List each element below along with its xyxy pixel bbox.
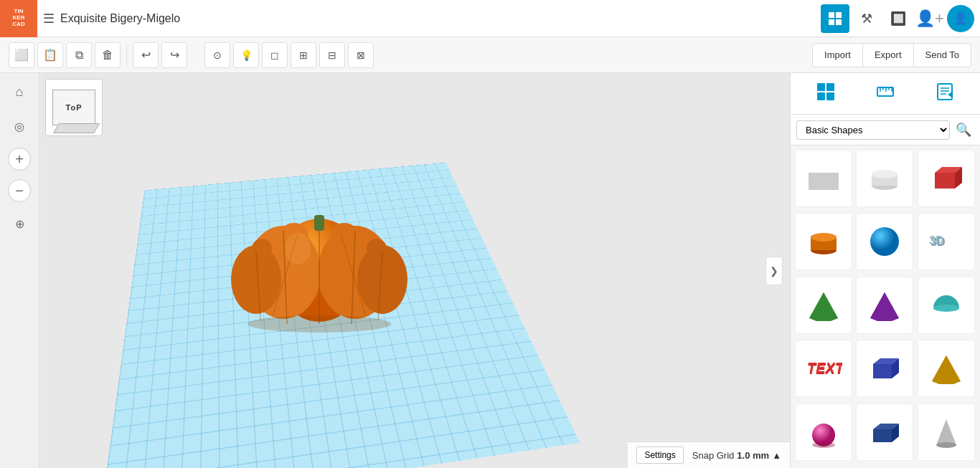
project-menu-icon[interactable]: ☰	[43, 11, 55, 27]
svg-point-42	[872, 170, 897, 178]
orbit-btn[interactable]: ◎	[6, 113, 32, 139]
shape-sphere-pink[interactable]	[795, 403, 852, 461]
duplicate-btn[interactable]: ⧉	[66, 42, 92, 68]
svg-marker-37	[948, 92, 952, 97]
project-name: Exquisite Bigery-Migelo	[60, 12, 821, 25]
toolbar-actions: Import Export Send To	[812, 43, 971, 67]
align-btn[interactable]: ⊟	[319, 42, 345, 68]
panel-collapse-arrow[interactable]: ❯	[765, 257, 783, 285]
shape-pyramid-yellow[interactable]	[918, 340, 975, 397]
svg-rect-66	[873, 429, 892, 442]
snap-grid-control: Snap Grid 1.0 mm ▲	[692, 450, 781, 461]
sim-btn[interactable]: 🔲	[884, 4, 913, 33]
shape-btn[interactable]: ◻	[262, 42, 288, 68]
svg-marker-55	[870, 292, 899, 321]
toolbar: ⬜ 📋 ⧉ 🗑 ↩ ↪ ⊙ 💡 ◻ ⊞ ⊟ ⊠ Import Export Se…	[0, 37, 980, 73]
svg-rect-23	[817, 83, 825, 91]
svg-rect-33	[938, 84, 952, 100]
svg-point-56	[933, 305, 959, 312]
svg-rect-43	[935, 173, 955, 188]
svg-point-12	[367, 239, 387, 259]
svg-rect-26	[826, 92, 834, 100]
fit-btn[interactable]: ⊕	[6, 211, 32, 237]
svg-rect-1	[836, 12, 842, 18]
undo-btn[interactable]: ↩	[133, 42, 159, 68]
shape-halfsphere-teal[interactable]	[918, 277, 975, 334]
copy-design-btn[interactable]: 📋	[37, 42, 63, 68]
left-panel: ⌂ ◎ + − ⊕	[0, 73, 39, 468]
toolbar-separator-1	[126, 45, 127, 65]
export-btn[interactable]: Export	[863, 43, 913, 67]
shape-wedge-gray[interactable]	[795, 150, 852, 207]
svg-rect-59	[873, 364, 892, 378]
view-cube-face: ToP	[52, 90, 95, 125]
pumpkin-object[interactable]	[219, 166, 420, 353]
view-cube[interactable]: ToP	[45, 79, 103, 136]
shapes-header: Basic Shapes Letters Math Transportation…	[791, 115, 980, 145]
tab-grid-view[interactable]	[813, 79, 839, 108]
delete-btn[interactable]: 🗑	[95, 42, 121, 68]
nav-right-icons: ⚒ 🔲 👤+ 👤	[821, 4, 974, 33]
view-cube-label: ToP	[66, 103, 83, 112]
send-to-btn[interactable]: Send To	[913, 43, 971, 67]
shape-cone-gray[interactable]	[918, 403, 975, 461]
import-btn[interactable]: Import	[812, 43, 863, 67]
shape-cylinder-white[interactable]	[856, 150, 913, 207]
svg-marker-63	[932, 355, 961, 384]
home-view-btn[interactable]: ⌂	[6, 79, 32, 105]
shape-box-navy[interactable]	[856, 403, 913, 461]
svg-text:3D: 3D	[929, 234, 943, 247]
svg-point-48	[811, 233, 837, 242]
main-area: ⌂ ◎ + − ⊕ ToP	[0, 73, 980, 468]
svg-rect-21	[314, 215, 324, 231]
logo-text: TINKERCAD	[9, 7, 27, 29]
camera-view-btn[interactable]: ⊙	[204, 42, 230, 68]
shape-box-red[interactable]	[918, 150, 975, 207]
svg-point-65	[812, 442, 835, 448]
svg-rect-0	[829, 12, 834, 18]
shape-text-red[interactable]: TEXT TEXT	[795, 340, 852, 397]
viewport[interactable]: ToP	[39, 73, 790, 468]
top-navigation: TINKERCAD ☰ Exquisite Bigery-Migelo ⚒ 🔲 …	[0, 0, 980, 37]
svg-text:TEXT: TEXT	[807, 360, 842, 376]
shape-box-blue[interactable]	[856, 340, 913, 397]
svg-point-11	[252, 239, 272, 259]
tinkercad-logo[interactable]: TINKERCAD	[0, 0, 37, 37]
tab-ruler[interactable]	[872, 79, 898, 108]
svg-rect-2	[829, 19, 834, 25]
mirror-btn[interactable]: ⊠	[348, 42, 374, 68]
shape-cylinder-orange[interactable]	[795, 213, 852, 270]
svg-point-49	[870, 227, 899, 256]
add-user-btn[interactable]: 👤+	[915, 4, 944, 33]
shape-pyramid-purple[interactable]	[856, 277, 913, 334]
view-tools: ⊙ 💡 ◻ ⊞ ⊟ ⊠	[204, 42, 374, 68]
snap-grid-arrow[interactable]: ▲	[772, 450, 781, 461]
svg-point-70	[936, 442, 956, 448]
svg-rect-24	[826, 83, 834, 91]
right-panel: Basic Shapes Letters Math Transportation…	[790, 73, 980, 468]
settings-button[interactable]: Settings	[636, 446, 683, 464]
shape-sphere-blue[interactable]	[856, 213, 913, 270]
grid-view-btn[interactable]	[821, 4, 849, 33]
svg-point-22	[285, 233, 311, 264]
new-btn[interactable]: ⬜	[9, 42, 34, 68]
shapes-grid: 3D 3D	[791, 145, 980, 468]
user-avatar-btn[interactable]: 👤	[947, 5, 974, 32]
shape-text3d[interactable]: 3D 3D	[918, 213, 975, 270]
hammer-btn[interactable]: ⚒	[852, 4, 881, 33]
light-btn[interactable]: 💡	[233, 42, 259, 68]
svg-marker-39	[809, 173, 839, 190]
zoom-in-btn[interactable]: +	[8, 148, 31, 171]
shapes-category-select[interactable]: Basic Shapes Letters Math Transportation	[796, 120, 950, 140]
svg-point-20	[248, 315, 391, 333]
svg-marker-53	[809, 292, 838, 321]
settings-bar: Settings Snap Grid 1.0 mm ▲	[628, 441, 790, 468]
search-shapes-btn[interactable]: 🔍	[953, 119, 974, 140]
shape-pyramid-green[interactable]	[795, 277, 852, 334]
redo-btn[interactable]: ↪	[161, 42, 187, 68]
right-panel-tabs	[791, 73, 980, 115]
group-btn[interactable]: ⊞	[291, 42, 316, 68]
tab-notes[interactable]	[932, 79, 958, 108]
zoom-out-btn[interactable]: −	[8, 179, 31, 202]
svg-marker-69	[936, 419, 956, 445]
